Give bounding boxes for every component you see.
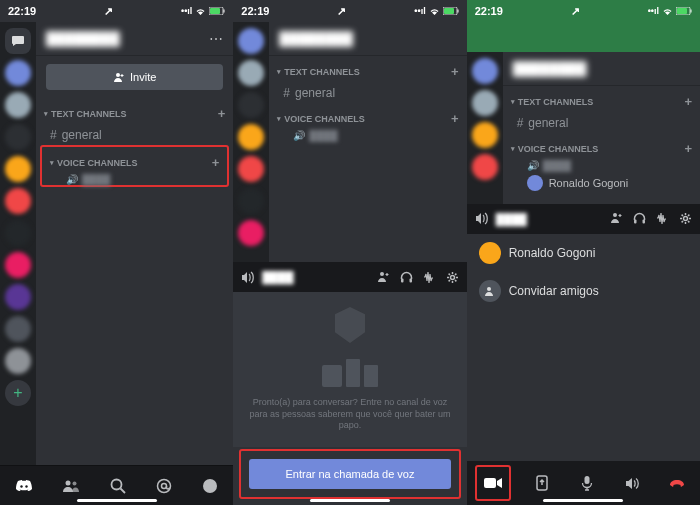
noise-suppression-icon[interactable] xyxy=(656,212,669,225)
tab-profile-icon[interactable] xyxy=(202,478,218,494)
speaker-icon: 🔊 xyxy=(66,174,78,185)
voice-channels-category[interactable]: ▾ VOICE CHANNELS + xyxy=(503,133,700,160)
member-row[interactable]: Ronaldo Gogoni xyxy=(467,234,700,272)
guild-item[interactable] xyxy=(5,284,31,310)
voice-channels-category[interactable]: ▾ VOICE CHANNELS + xyxy=(269,103,466,130)
headphones-icon[interactable] xyxy=(633,212,646,225)
battery-icon xyxy=(209,7,225,15)
guild-rail xyxy=(467,52,503,204)
status-indicators: ••ıl xyxy=(181,6,225,16)
add-channel-icon[interactable]: + xyxy=(451,111,459,126)
status-arrow: ↗ xyxy=(337,5,346,18)
svg-point-23 xyxy=(613,213,617,217)
guild-item[interactable] xyxy=(5,124,31,150)
person-add-icon[interactable] xyxy=(377,271,390,284)
channel-general[interactable]: # general xyxy=(36,125,233,145)
svg-point-6 xyxy=(66,480,71,485)
screen-step-2: 22:19 ↗ ••ıl ████████ ▾ xyxy=(233,0,466,505)
guild-item[interactable] xyxy=(238,60,264,86)
svg-rect-1 xyxy=(210,8,220,14)
status-time: 22:19 xyxy=(475,5,503,17)
guild-item[interactable] xyxy=(472,90,498,116)
chevron-down-icon: ▾ xyxy=(44,110,48,118)
guild-item[interactable] xyxy=(5,348,31,374)
voice-panel-header: ████ xyxy=(233,262,466,292)
headphones-icon[interactable] xyxy=(400,271,413,284)
voice-channel-item[interactable]: 🔊 ████ xyxy=(269,130,466,141)
voice-channel-item[interactable]: 🔊 ████ xyxy=(42,174,227,185)
svg-point-5 xyxy=(25,485,27,487)
guild-rail xyxy=(233,22,269,262)
guild-item[interactable] xyxy=(5,252,31,278)
guild-item[interactable] xyxy=(238,220,264,246)
gear-icon[interactable] xyxy=(446,271,459,284)
text-channels-category[interactable]: ▾ TEXT CHANNELS + xyxy=(36,98,233,125)
guild-item[interactable] xyxy=(472,122,498,148)
speaker-icon: 🔊 xyxy=(527,160,539,171)
tab-discord-icon[interactable] xyxy=(15,479,33,493)
channel-general[interactable]: # general xyxy=(269,83,466,103)
text-channels-category[interactable]: ▾ TEXT CHANNELS + xyxy=(503,86,700,113)
active-call-banner[interactable] xyxy=(467,22,700,52)
speaker-icon xyxy=(241,271,254,284)
svg-point-10 xyxy=(157,479,170,492)
volume-icon[interactable] xyxy=(618,469,646,497)
screen-step-3: 22:19 ↗ ••ıl ████████ ▾ TEXT CHANNELS xyxy=(467,0,700,505)
voice-channels-highlighted: ▾ VOICE CHANNELS + 🔊 ████ xyxy=(40,145,229,187)
battery-icon xyxy=(676,7,692,15)
guild-item[interactable] xyxy=(472,58,498,84)
guild-item[interactable] xyxy=(5,316,31,342)
voice-channel-item[interactable]: 🔊 ████ xyxy=(503,160,700,171)
svg-point-4 xyxy=(20,485,22,487)
guild-item[interactable] xyxy=(238,28,264,54)
invite-friends-row[interactable]: Convidar amigos xyxy=(467,272,700,310)
person-add-icon[interactable] xyxy=(610,212,623,225)
status-indicators: ••ıl xyxy=(648,6,692,16)
tab-friends-icon[interactable] xyxy=(63,479,79,493)
add-channel-icon[interactable]: + xyxy=(212,155,220,170)
text-channels-category[interactable]: ▾ TEXT CHANNELS + xyxy=(269,56,466,83)
guild-item[interactable] xyxy=(238,188,264,214)
guild-item[interactable] xyxy=(5,60,31,86)
dm-button[interactable] xyxy=(5,28,31,54)
guild-item[interactable] xyxy=(5,156,31,182)
tab-search-icon[interactable] xyxy=(110,478,126,494)
join-voice-button[interactable]: Entrar na chamada de voz xyxy=(249,459,450,489)
add-channel-icon[interactable]: + xyxy=(218,106,226,121)
svg-rect-24 xyxy=(634,220,637,224)
voice-prompt-text: Pronto(a) para conversar? Entre no canal… xyxy=(243,397,456,432)
guild-item[interactable] xyxy=(472,154,498,180)
signal-icon: ••ıl xyxy=(648,6,659,16)
gear-icon[interactable] xyxy=(679,212,692,225)
server-header[interactable]: ████████ xyxy=(503,52,700,86)
channel-general[interactable]: # general xyxy=(503,113,700,133)
guild-item[interactable] xyxy=(5,92,31,118)
home-indicator xyxy=(310,499,390,502)
invite-button[interactable]: Invite xyxy=(46,64,223,90)
add-channel-icon[interactable]: + xyxy=(684,141,692,156)
guild-item[interactable] xyxy=(238,156,264,182)
video-icon[interactable] xyxy=(479,469,507,497)
hangup-icon[interactable] xyxy=(663,469,691,497)
noise-suppression-icon[interactable] xyxy=(423,271,436,284)
voice-channels-category[interactable]: ▾ VOICE CHANNELS + xyxy=(42,147,227,174)
voice-member[interactable]: Ronaldo Gogoni xyxy=(503,171,700,195)
guild-item[interactable] xyxy=(238,92,264,118)
speaker-icon: 🔊 xyxy=(293,130,305,141)
add-channel-icon[interactable]: + xyxy=(684,94,692,109)
avatar xyxy=(527,175,543,191)
more-icon[interactable]: ⋯ xyxy=(209,31,223,47)
guild-item[interactable] xyxy=(238,124,264,150)
guild-item[interactable] xyxy=(5,188,31,214)
add-guild-button[interactable]: + xyxy=(5,380,31,406)
invite-label: Invite xyxy=(130,71,156,83)
guild-item[interactable] xyxy=(5,220,31,246)
screen-share-icon[interactable] xyxy=(528,469,556,497)
add-channel-icon[interactable]: + xyxy=(451,64,459,79)
status-arrow: ↗ xyxy=(571,5,580,18)
server-header[interactable]: ████████ xyxy=(269,22,466,56)
chevron-down-icon: ▾ xyxy=(50,159,54,167)
tab-mentions-icon[interactable] xyxy=(156,478,172,494)
mic-icon[interactable] xyxy=(573,469,601,497)
server-header[interactable]: ████████ ⋯ xyxy=(36,22,233,56)
